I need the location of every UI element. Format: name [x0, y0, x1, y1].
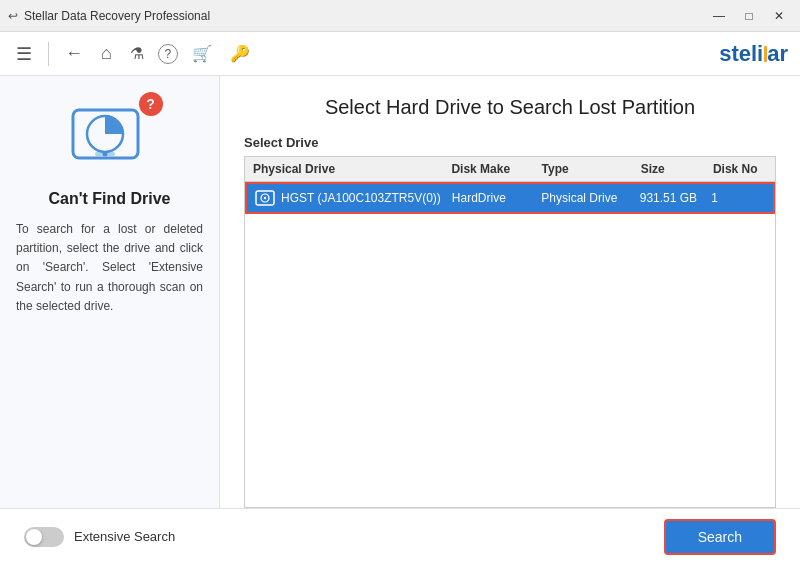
extensive-search-label: Extensive Search [74, 529, 175, 544]
toolbar-divider [48, 42, 49, 66]
col-header-size: Size [641, 162, 713, 176]
sidebar-icon-wrap: ? [65, 100, 155, 174]
col-header-make: Disk Make [451, 162, 541, 176]
home-icon[interactable]: ⌂ [97, 39, 116, 68]
svg-rect-3 [95, 152, 115, 156]
toggle-knob [26, 529, 42, 545]
select-drive-label: Select Drive [244, 135, 776, 150]
logo-i [757, 41, 763, 67]
help-icon[interactable]: ? [158, 44, 178, 64]
title-bar-title: Stellar Data Recovery Professional [24, 9, 210, 23]
back-icon[interactable]: ← [61, 39, 87, 68]
title-bar-controls: — □ ✕ [706, 6, 792, 26]
stellar-logo: stelar [719, 41, 788, 67]
cart-icon[interactable]: 🛒 [188, 40, 216, 67]
drive-table-header: Physical Drive Disk Make Type Size Disk … [245, 157, 775, 182]
back-arrow-icon: ↩ [8, 9, 18, 23]
sidebar-cant-find-title: Can't Find Drive [48, 190, 170, 208]
minimize-button[interactable]: — [706, 6, 732, 26]
drive-mini-icon [255, 190, 275, 206]
menu-icon[interactable]: ☰ [12, 39, 36, 69]
logo-cursor [764, 46, 767, 62]
svg-point-6 [264, 197, 266, 199]
drive-table-body: HGST (JA100C103ZTR5V(0)) HardDrive Physi… [245, 182, 775, 507]
search-button[interactable]: Search [664, 519, 776, 555]
col-header-diskno: Disk No [713, 162, 767, 176]
key-icon[interactable]: 🔑 [226, 40, 254, 67]
extensive-search-toggle[interactable] [24, 527, 64, 547]
drive-row-make: HardDrive [452, 191, 541, 205]
drive-table-row[interactable]: HGST (JA100C103ZTR5V(0)) HardDrive Physi… [245, 182, 775, 214]
col-header-type: Type [542, 162, 641, 176]
content-title: Select Hard Drive to Search Lost Partiti… [244, 96, 776, 119]
toolbar: ☰ ← ⌂ ⚗ ? 🛒 🔑 stelar [0, 32, 800, 76]
drive-table: Physical Drive Disk Make Type Size Disk … [244, 156, 776, 508]
drive-row-physical: HGST (JA100C103ZTR5V(0)) [255, 190, 452, 206]
drive-row-size: 931.51 GB [640, 191, 712, 205]
sidebar-description: To search for a lost or deleted partitio… [16, 220, 203, 316]
extensive-search-toggle-wrap: Extensive Search [24, 527, 175, 547]
drive-row-diskno: 1 [711, 191, 765, 205]
drive-row-type: Physical Drive [541, 191, 639, 205]
title-bar-left: ↩ Stellar Data Recovery Professional [8, 9, 210, 23]
title-bar: ↩ Stellar Data Recovery Professional — □… [0, 0, 800, 32]
col-header-physical: Physical Drive [253, 162, 451, 176]
bottom-bar: Extensive Search Search [0, 508, 800, 564]
maximize-button[interactable]: □ [736, 6, 762, 26]
content-area: Select Hard Drive to Search Lost Partiti… [220, 76, 800, 508]
question-badge: ? [139, 92, 163, 116]
close-button[interactable]: ✕ [766, 6, 792, 26]
sidebar: ? Can't Find Drive To search for a lost … [0, 76, 220, 508]
main-content: ? Can't Find Drive To search for a lost … [0, 76, 800, 508]
recover-icon[interactable]: ⚗ [126, 40, 148, 67]
toolbar-left: ☰ ← ⌂ ⚗ ? 🛒 🔑 [12, 39, 254, 69]
